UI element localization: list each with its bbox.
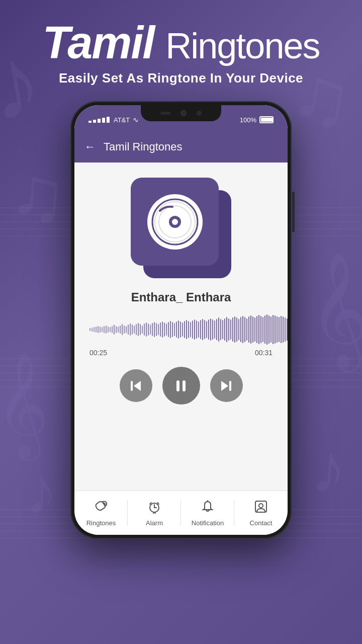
svg-marker-11 (221, 381, 228, 391)
svg-point-5 (172, 219, 178, 225)
record-card-front (131, 178, 219, 266)
player-controls (120, 367, 243, 405)
svg-rect-10 (229, 381, 231, 391)
nav-item-ringtones[interactable]: Ringtones (74, 495, 128, 532)
header-subtitle: Easily Set As Ringtone In Your Device (0, 70, 362, 86)
bottom-nav: Ringtones (74, 491, 288, 535)
waveform (89, 314, 273, 345)
signal-dot-4 (102, 118, 105, 123)
battery-percent: 100% (240, 116, 256, 124)
signal-dot-2 (93, 120, 96, 123)
waveform-container[interactable] (84, 314, 278, 345)
contact-icon (254, 500, 268, 517)
next-button[interactable] (210, 369, 243, 402)
waveform-timestamps: 00:25 00:31 (84, 349, 278, 357)
nav-item-notification[interactable]: Notification (181, 495, 234, 532)
svg-line-16 (154, 512, 155, 513)
pause-button[interactable] (162, 367, 200, 405)
app-bar-title: Tamil Ringtones (104, 140, 183, 153)
signal-dot-3 (98, 119, 101, 123)
header-title: Tamil Ringtones (0, 20, 362, 65)
back-button[interactable]: ← (84, 140, 96, 153)
nav-item-alarm[interactable]: Alarm (128, 495, 181, 532)
record-disc-icon (145, 192, 205, 252)
nav-label-ringtones: Ringtones (86, 519, 116, 527)
header: Tamil Ringtones Easily Set As Ringtone I… (0, 0, 362, 86)
nav-label-notification: Notification (192, 519, 224, 527)
record-icon-container (131, 178, 231, 278)
carrier-name: AT&T (114, 116, 130, 124)
phone-notch (141, 105, 221, 121)
battery-bar (259, 116, 274, 123)
wifi-icon: ∿ (133, 116, 139, 124)
notch-sensor (160, 112, 170, 115)
header-title-regular: Ringtones (165, 26, 319, 66)
status-left: AT&T ∿ (88, 116, 139, 124)
nav-label-contact: Contact (250, 519, 273, 527)
svg-rect-6 (131, 381, 133, 391)
ringtones-icon (94, 500, 108, 517)
header-title-bold: Tamil (43, 18, 154, 68)
battery-fill (261, 118, 273, 122)
nav-item-contact[interactable]: Contact (234, 495, 288, 532)
svg-point-19 (259, 504, 263, 508)
song-title: Enthara_ Enthara (131, 290, 231, 304)
app-bar: ← Tamil Ringtones (74, 131, 288, 163)
signal-dot-1 (88, 121, 92, 123)
time-start: 00:25 (89, 349, 107, 357)
prev-button[interactable] (120, 369, 152, 402)
phone-container: AT&T ∿ 100% ← Tamil Ringtones (0, 101, 362, 539)
phone-screen: AT&T ∿ 100% ← Tamil Ringtones (74, 105, 288, 535)
player-content: Enthara_ Enthara 00:25 00:31 (74, 163, 288, 499)
svg-marker-7 (134, 381, 141, 391)
notification-icon (201, 500, 215, 517)
nav-label-alarm: Alarm (146, 519, 163, 527)
notch-camera (180, 110, 187, 116)
signal-dots (88, 117, 110, 123)
notch-sensor-2 (197, 111, 202, 116)
svg-rect-8 (176, 380, 179, 391)
signal-dot-5 (107, 117, 110, 123)
battery-indicator (259, 116, 274, 123)
status-right: 100% (240, 116, 274, 124)
time-end: 00:31 (255, 349, 273, 357)
alarm-icon (147, 500, 161, 517)
svg-rect-9 (183, 380, 186, 391)
phone-mockup: AT&T ∿ 100% ← Tamil Ringtones (70, 101, 292, 539)
